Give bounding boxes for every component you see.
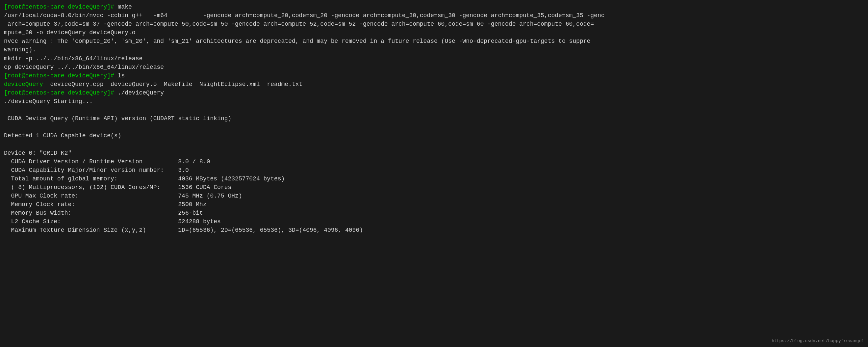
prompt-ls: [root@centos-bare deviceQuery]#	[4, 73, 118, 79]
line-12: ./deviceQuery Starting...	[4, 97, 864, 106]
blank-1	[4, 106, 864, 114]
line-driver-version: CUDA Driver Version / Runtime Version 8.…	[4, 157, 864, 166]
blank-3	[4, 140, 864, 149]
watermark: https://blog.csdn.net/happyfreeangel	[772, 338, 864, 344]
line-7: mkdir -p ../../bin/x86_64/linux/release	[4, 54, 864, 63]
line-mem-clock: Memory Clock rate: 2500 Mhz	[4, 200, 864, 209]
line-8: cp deviceQuery ../../bin/x86_64/linux/re…	[4, 63, 864, 71]
line-mem-bus: Memory Bus Width: 256-bit	[4, 209, 864, 217]
line-clock-rate: GPU Max Clock rate: 745 MHz (0.75 GHz)	[4, 192, 864, 200]
line-texture: Maximum Texture Dimension Size (x,y,z) 1…	[4, 226, 864, 234]
line-5: nvcc warning : The 'compute_20', 'sm_20'…	[4, 37, 864, 46]
terminal-window: [root@centos-bare deviceQuery]# make /us…	[4, 3, 864, 235]
line-6: warning).	[4, 46, 864, 54]
line-global-memory: Total amount of global memory: 4036 MByt…	[4, 174, 864, 183]
line-2: /usr/local/cuda-8.0/bin/nvcc -ccbin g++ …	[4, 11, 864, 20]
line-multiprocessors: ( 8) Multiprocessors, (192) CUDA Cores/M…	[4, 183, 864, 192]
prompt-user: [root@centos-bare deviceQuery]#	[4, 4, 118, 10]
line-cuda-query: CUDA Device Query (Runtime API) version …	[4, 114, 864, 123]
cmd-ls: ls	[118, 73, 125, 79]
line-11: [root@centos-bare deviceQuery]# ./device…	[4, 89, 864, 97]
prompt-run: [root@centos-bare deviceQuery]#	[4, 90, 118, 96]
ls-rest: deviceQuery.cpp deviceQuery.o Makefile N…	[43, 81, 303, 88]
line-1: [root@centos-bare deviceQuery]# make	[4, 3, 864, 11]
line-capability: CUDA Capability Major/Minor version numb…	[4, 166, 864, 174]
line-3: arch=compute_37,code=sm_37 -gencode arch…	[4, 20, 864, 28]
blank-2	[4, 123, 864, 132]
line-9: [root@centos-bare deviceQuery]# ls	[4, 71, 864, 80]
line-4: mpute_60 -o deviceQuery deviceQuery.o	[4, 28, 864, 37]
cmd-run: ./deviceQuery	[118, 90, 164, 96]
line-l2-cache: L2 Cache Size: 524288 bytes	[4, 217, 864, 226]
line-device-0: Device 0: "GRID K2"	[4, 149, 864, 157]
line-10: deviceQuery deviceQuery.cpp deviceQuery.…	[4, 80, 864, 89]
line-detected: Detected 1 CUDA Capable device(s)	[4, 132, 864, 140]
file-devicequery: deviceQuery	[4, 81, 43, 88]
cmd-text: make	[118, 4, 132, 10]
